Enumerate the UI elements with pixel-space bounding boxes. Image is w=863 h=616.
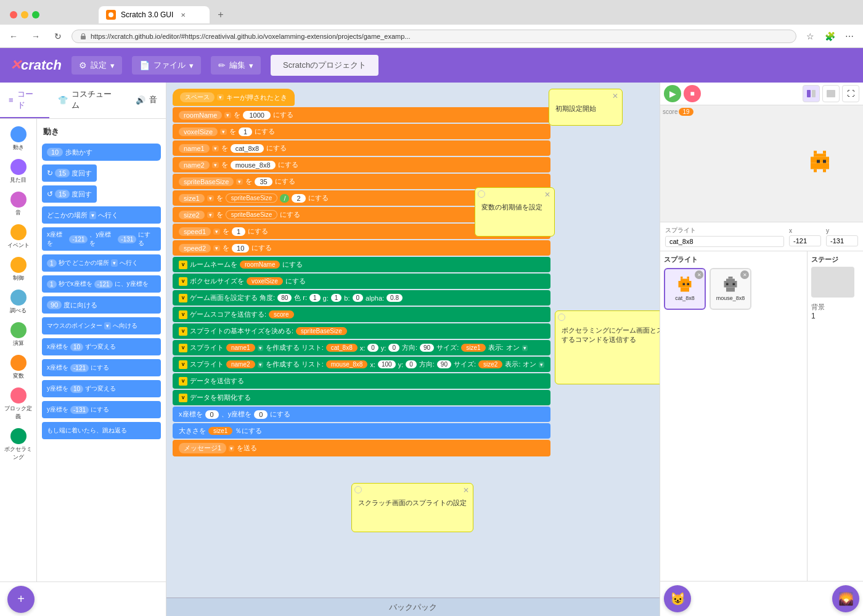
tab-sounds[interactable]: 🔊 音 bbox=[127, 83, 166, 118]
edit-btn[interactable]: ✏ 編集 ▾ bbox=[211, 56, 261, 75]
block-vox-voxelsize[interactable]: V ボクセルサイズを voxelSize にする bbox=[173, 274, 550, 289]
block-speed2[interactable]: speed2 ▾ を 10 にする bbox=[173, 240, 550, 256]
svg-rect-13 bbox=[823, 160, 826, 163]
block-goto[interactable]: どこかの場所 ▾ へ行く bbox=[42, 206, 161, 224]
block-turn-cw[interactable]: ↻ 15 度回す bbox=[42, 164, 97, 182]
hat-block[interactable]: スペース ▾ キーが押されたとき bbox=[173, 89, 295, 106]
cat-events[interactable]: イベント bbox=[1, 222, 36, 252]
close-window-btn[interactable] bbox=[10, 11, 17, 18]
block-change-x[interactable]: x座標を 10 ずつ変える bbox=[42, 338, 161, 355]
note-init-close-btn[interactable]: ✕ bbox=[612, 92, 618, 100]
file-btn[interactable]: 📄 ファイル ▾ bbox=[132, 56, 201, 75]
cat-variables[interactable]: 変数 bbox=[1, 352, 36, 383]
sprite-card-mouse[interactable]: ✕ mouse_8x8 bbox=[710, 268, 751, 310]
maximize-window-btn[interactable] bbox=[32, 11, 39, 18]
sprite-y-input[interactable] bbox=[826, 235, 858, 246]
block-send-msg[interactable]: メッセージ1 ▾ を送る bbox=[173, 440, 550, 456]
note-collapse-icon bbox=[478, 190, 485, 198]
block-voxelsize[interactable]: voxelSize ▾ を 1 にする bbox=[173, 124, 550, 139]
workspace-scroll[interactable]: スペース ▾ キーが押されたとき roomName ▾ を bbox=[166, 83, 660, 616]
block-name2[interactable]: name2 ▾ を mouse_8x8 にする bbox=[173, 157, 550, 172]
note-voxel-text: ボクセラミングにゲーム画面とスプライトを作成するコマンドを送信する bbox=[562, 326, 660, 344]
tab-close-btn[interactable]: ✕ bbox=[178, 10, 188, 20]
cat-operators[interactable]: 演算 bbox=[1, 320, 36, 350]
svg-rect-26 bbox=[733, 283, 735, 286]
block-size-percent[interactable]: 大きさを size1 ％にする bbox=[173, 423, 550, 439]
vox-logo-icon6: V bbox=[179, 344, 187, 352]
sprite-delete-icon[interactable]: ✕ bbox=[695, 270, 703, 279]
sprite-x-field: x bbox=[789, 227, 821, 246]
fullscreen-btn[interactable]: ⛶ bbox=[842, 85, 859, 102]
block-vox-room[interactable]: V ルームネームを roomName にする bbox=[173, 257, 550, 272]
scratch-app: ✕cratch ⚙ 設定 ▾ 📄 ファイル ▾ ✏ 編集 ▾ Scratchのプ… bbox=[0, 48, 863, 616]
address-bar[interactable]: https://xcratch.github.io/editor/#https:… bbox=[72, 30, 796, 43]
extensions-btn[interactable]: 🧩 bbox=[821, 28, 838, 45]
backpack-bar[interactable]: バックパック bbox=[166, 598, 660, 616]
editor-tabs: ≡ コード 👕 コスチューム 🔊 音 bbox=[0, 83, 166, 119]
cat-sensing[interactable]: 調べる bbox=[1, 287, 36, 317]
settings-icon: ⚙ bbox=[79, 60, 87, 70]
block-move[interactable]: 10 歩動かす bbox=[42, 144, 161, 161]
note-vars-close-btn[interactable]: ✕ bbox=[544, 190, 550, 199]
cat-voxelamming[interactable]: ボクセラミング bbox=[1, 426, 36, 464]
back-btn[interactable]: ← bbox=[5, 28, 22, 45]
refresh-btn[interactable]: ↻ bbox=[49, 28, 67, 45]
stop-btn[interactable]: ■ bbox=[684, 85, 701, 102]
sprite-x-input[interactable] bbox=[789, 235, 821, 246]
tab-costumes[interactable]: 👕 コスチューム bbox=[49, 83, 127, 118]
block-glide-random[interactable]: 1 秒で どこかの場所 ▾ へ行く bbox=[42, 254, 161, 272]
block-name1[interactable]: name1 ▾ を cat_8x8 にする bbox=[173, 140, 550, 156]
block-set-x[interactable]: x座標を -121 にする bbox=[42, 359, 161, 376]
block-vox-sprite1[interactable]: V スプライト name1 ▾ を作成する リスト: cat_8x8 x: 0 … bbox=[173, 340, 550, 355]
block-point-dir[interactable]: 90 度に向ける bbox=[42, 296, 161, 314]
vox-logo-icon8: V bbox=[179, 377, 187, 386]
sprite-name-input[interactable] bbox=[665, 236, 784, 247]
cat-control[interactable]: 制御 bbox=[1, 254, 36, 285]
block-roomname[interactable]: roomName ▾ を 1000 にする bbox=[173, 107, 550, 123]
block-change-y[interactable]: y座標を 10 ずつ変える bbox=[42, 380, 161, 397]
block-if-on-edge[interactable]: もし端に着いたら、跳ね返る bbox=[42, 422, 161, 439]
add-extension-btn[interactable]: + bbox=[7, 586, 35, 613]
block-vox-sprite2[interactable]: V スプライト name2 ▾ を作成する リスト: mouse_8x8 x: … bbox=[173, 357, 550, 372]
block-set-y[interactable]: y座標を -131 にする bbox=[42, 401, 161, 418]
block-vox-init[interactable]: V データを初期化する bbox=[173, 390, 550, 405]
block-goto-xy[interactable]: x座標を -121 、y座標を -131 にする bbox=[42, 227, 161, 251]
new-tab-btn[interactable]: + bbox=[212, 6, 229, 23]
cat-sound[interactable]: 音 bbox=[1, 189, 36, 219]
sprite-name-label: スプライト bbox=[665, 226, 784, 235]
cat-myblocks[interactable]: ブロック定義 bbox=[1, 385, 36, 423]
edit-chevron-icon: ▾ bbox=[249, 61, 253, 70]
block-point-towards[interactable]: マウスのポインター ▾ へ向ける bbox=[42, 317, 161, 334]
run-btn[interactable]: ▶ bbox=[664, 85, 681, 102]
sprite-card-cat[interactable]: ✕ cat_8x8 bbox=[664, 268, 706, 310]
stage-thumbnail[interactable] bbox=[811, 267, 854, 298]
add-sprite-btn[interactable]: 😺 bbox=[664, 585, 691, 612]
block-vox-basesize[interactable]: V スプライトの基本サイズを決める: spriteBaseSize bbox=[173, 323, 550, 339]
forward-btn[interactable]: → bbox=[27, 28, 44, 45]
bookmark-btn[interactable]: ☆ bbox=[801, 28, 819, 45]
settings-btn[interactable]: ⚙ 設定 ▾ bbox=[72, 56, 122, 75]
block-vox-send[interactable]: V データを送信する bbox=[173, 373, 550, 389]
sprite-mouse-delete-icon[interactable]: ✕ bbox=[740, 270, 749, 279]
block-vox-screen[interactable]: V ゲーム画面を設定する 角度: 80 色 r: 1 g: 1 b: 0 alp… bbox=[173, 290, 550, 306]
block-vox-score[interactable]: V ゲームスコアを送信する: score bbox=[173, 307, 550, 322]
stage-controls-bar: ▶ ■ ⛶ bbox=[660, 83, 863, 105]
cat-looks[interactable]: 見た目 bbox=[1, 156, 36, 187]
block-goto-xy-bottom[interactable]: x座標を 0 、y座標を 0 にする bbox=[173, 407, 550, 422]
block-turn-ccw[interactable]: ↺ 15 度回す bbox=[42, 185, 97, 203]
tab-code[interactable]: ≡ コード bbox=[0, 83, 49, 118]
add-backdrop-btn[interactable]: 🌄 bbox=[832, 585, 859, 612]
nav-actions: ☆ 🧩 ⋯ bbox=[801, 28, 858, 45]
project-btn[interactable]: Scratchのプロジェクト bbox=[271, 55, 378, 76]
active-tab[interactable]: Scratch 3.0 GUI ✕ bbox=[99, 6, 210, 23]
note-scratch-close-btn[interactable]: ✕ bbox=[463, 486, 469, 495]
menu-btn[interactable]: ⋯ bbox=[841, 28, 858, 45]
blocks-section-title: 動き bbox=[42, 124, 161, 141]
cat-motion[interactable]: 動き bbox=[1, 124, 36, 154]
layout-split-btn[interactable] bbox=[803, 85, 820, 102]
svg-rect-2 bbox=[807, 90, 811, 97]
minimize-window-btn[interactable] bbox=[21, 11, 28, 18]
layout-full-btn[interactable] bbox=[822, 85, 840, 102]
block-glide-xy[interactable]: 1 秒でx座標を -121 に、y座標を bbox=[42, 275, 161, 293]
variable-blocks: roomName ▾ を 1000 にする voxelSize ▾ を 1 bbox=[173, 107, 550, 456]
